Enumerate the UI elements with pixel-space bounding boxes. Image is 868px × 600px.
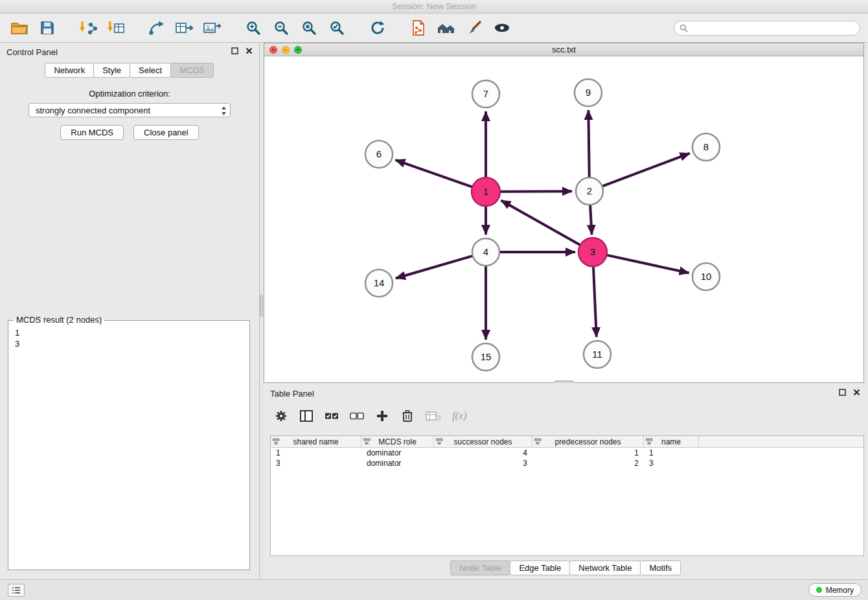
search-icon [680, 24, 688, 32]
paint-brush-icon [466, 20, 482, 36]
zoom-selected-icon [329, 20, 345, 36]
table-row[interactable]: 1dominator411 [271, 448, 863, 458]
table-settings-button[interactable] [274, 410, 288, 422]
zoom-fit-button[interactable] [297, 17, 321, 39]
table-cell: 2 [532, 458, 644, 468]
save-session-button[interactable] [36, 17, 59, 39]
zoom-in-button[interactable] [242, 17, 265, 39]
table-header-row: shared nameMCDS rolesuccessor nodesprede… [271, 436, 863, 448]
graph-node-label: 11 [592, 349, 602, 360]
mcds-result-lines: 13 [8, 321, 249, 356]
tab-network[interactable]: Network [45, 63, 94, 78]
column-header-MCDS-role[interactable]: MCDS role [361, 436, 434, 447]
graph-node-7[interactable]: 7 [472, 80, 499, 108]
delete-column-button[interactable] [400, 410, 415, 422]
criterion-select[interactable]: strongly connected component [29, 103, 231, 117]
column-header-shared-name[interactable]: shared name [271, 436, 361, 447]
select-all-columns-button[interactable] [325, 411, 339, 421]
export-table-button[interactable] [173, 17, 196, 39]
float-panel-icon[interactable] [839, 389, 846, 396]
table-cell: 3 [644, 458, 699, 468]
tab-network-table[interactable]: Network Table [569, 560, 641, 575]
table-cell: dominator [361, 448, 434, 458]
copy-view-button[interactable] [407, 17, 430, 39]
tab-style[interactable]: Style [93, 63, 130, 78]
import-network-icon [78, 19, 98, 36]
maximize-window-button[interactable] [294, 46, 302, 54]
vertical-splitter-handle[interactable] [260, 295, 263, 317]
zoom-out-button[interactable] [269, 17, 293, 39]
tab-mcds[interactable]: MCDS [170, 63, 213, 78]
table-cell: 4 [434, 448, 532, 458]
minimize-window-button[interactable] [282, 46, 290, 54]
graph-node-15[interactable]: 15 [472, 343, 499, 371]
graph-edge-1-2[interactable] [500, 191, 572, 192]
graph-edge-3-10[interactable] [606, 255, 689, 273]
memory-button[interactable]: Memory [808, 583, 862, 597]
graph-node-4[interactable]: 4 [472, 238, 499, 266]
tab-node-table[interactable]: Node Table [450, 560, 511, 575]
open-session-button[interactable] [8, 17, 31, 39]
graph-node-3[interactable]: 3 [578, 238, 607, 266]
close-panel-icon[interactable] [853, 389, 860, 396]
import-network-button[interactable] [76, 17, 100, 39]
graph-edge-1-6[interactable] [395, 160, 472, 187]
delete-table-button[interactable] [426, 411, 441, 421]
list-icon [12, 586, 21, 594]
tab-edge-table[interactable]: Edge Table [510, 560, 570, 575]
graph-node-label: 4 [483, 246, 488, 257]
network-canvas[interactable]: 7968124314101511 [264, 56, 863, 382]
search-box[interactable] [674, 21, 860, 36]
zoom-selected-button[interactable] [325, 17, 348, 39]
control-panel: Control Panel NetworkStyleSelectMCDS Opt… [0, 43, 260, 579]
graph-edge-3-11[interactable] [593, 266, 597, 337]
column-selector-button[interactable] [299, 410, 314, 422]
table-cell: 3 [434, 458, 532, 468]
show-hide-button[interactable] [490, 17, 514, 39]
graph-edge-2-8[interactable] [603, 154, 690, 187]
column-header-predecessor-nodes[interactable]: predecessor nodes [532, 436, 644, 447]
graph-edge-2-3[interactable] [590, 205, 591, 235]
graph-edge-2-9[interactable] [588, 110, 589, 177]
graph-node-10[interactable]: 10 [692, 263, 720, 290]
apply-layout-button[interactable] [366, 17, 389, 39]
close-panel-button[interactable]: Close panel [133, 125, 199, 140]
column-header-successor-nodes[interactable]: successor nodes [434, 436, 532, 447]
table-row[interactable]: 3dominator323 [271, 458, 863, 468]
task-history-button[interactable] [8, 584, 25, 597]
graph-node-2[interactable]: 2 [576, 178, 603, 205]
table-panel: Table Panel f(x) shared nameMCDS rolesuc… [264, 383, 868, 579]
first-neighbors-button[interactable] [435, 17, 458, 39]
graph-edge-4-14[interactable] [396, 256, 472, 278]
create-column-button[interactable] [375, 410, 389, 422]
export-image-button[interactable] [201, 17, 224, 39]
graph-node-9[interactable]: 9 [575, 79, 602, 106]
graph-node-label: 9 [586, 87, 591, 98]
close-panel-icon[interactable] [246, 47, 253, 54]
main-toolbar [0, 14, 868, 43]
search-input[interactable] [691, 23, 854, 32]
graph-node-14[interactable]: 14 [365, 270, 393, 297]
tab-select[interactable]: Select [130, 63, 171, 78]
import-table-button[interactable] [104, 17, 128, 39]
network-window-titlebar[interactable]: scc.txt [264, 43, 863, 56]
close-window-button[interactable] [269, 46, 277, 54]
column-header-name[interactable]: name [644, 436, 699, 447]
graph-node-11[interactable]: 11 [584, 341, 611, 368]
table-body: 1dominator4113dominator323 [271, 448, 863, 468]
deselect-all-columns-button[interactable] [350, 411, 364, 421]
graph-node-1[interactable]: 1 [472, 178, 500, 206]
graph-edge-3-1[interactable] [501, 200, 580, 245]
new-network-button[interactable] [145, 17, 168, 39]
import-table-icon [106, 19, 126, 36]
function-builder-button[interactable]: f(x) [452, 410, 466, 422]
float-panel-icon[interactable] [231, 47, 238, 54]
plus-icon [376, 410, 388, 422]
graph-node-8[interactable]: 8 [692, 133, 720, 161]
share-arrows-icon [148, 20, 166, 36]
graph-node-6[interactable]: 6 [365, 141, 393, 168]
export-table-icon [175, 20, 194, 36]
run-mcds-button[interactable]: Run MCDS [60, 125, 124, 140]
style-brush-button[interactable] [463, 17, 486, 39]
tab-motifs[interactable]: Motifs [640, 560, 681, 575]
